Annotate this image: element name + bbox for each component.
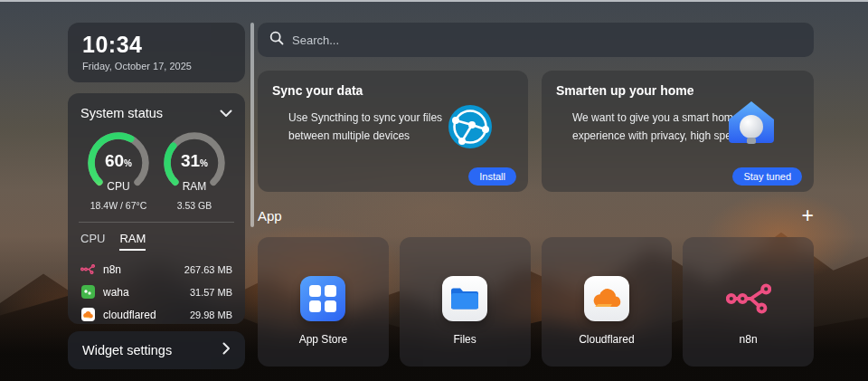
app-tile-label: App Store	[299, 333, 347, 346]
app-tile-cloudflared[interactable]: Cloudflared	[542, 237, 673, 367]
process-memory: 267.63 MB	[184, 264, 232, 275]
syncthing-icon	[448, 105, 492, 152]
app-tile-label: n8n	[740, 333, 758, 346]
app-tile-n8n[interactable]: n8n	[683, 237, 814, 367]
chevron-right-icon	[222, 342, 231, 358]
process-tabs: CPU RAM	[80, 232, 232, 251]
process-memory: 31.57 MB	[190, 287, 232, 298]
cloudflare-icon	[584, 276, 629, 321]
ram-label: RAM	[160, 180, 229, 193]
promo-card-title: Sync your data	[272, 83, 514, 98]
process-row-cloudflared: cloudflared 29.98 MB	[80, 303, 232, 324]
ram-percent: 31%	[160, 151, 229, 171]
chevron-down-icon[interactable]	[220, 105, 232, 121]
sidebar-scrollbar[interactable]	[250, 23, 254, 227]
n8n-icon	[726, 276, 771, 321]
process-name: n8n	[103, 263, 184, 276]
process-row-n8n: n8n 267.63 MB	[80, 258, 232, 281]
promo-card-body: Use Syncthing to sync your files between…	[288, 110, 469, 146]
cloudflare-icon	[80, 308, 95, 322]
system-status-title: System status	[80, 106, 163, 120]
add-app-button[interactable]: +	[802, 206, 814, 224]
gauges-row: 60% CPU 18.4W / 67°C	[80, 121, 232, 211]
cpu-percent: 60%	[84, 151, 153, 171]
search-input[interactable]	[292, 33, 771, 47]
process-memory: 29.98 MB	[190, 310, 232, 320]
search-icon	[269, 31, 284, 49]
promo-card-body: We want to give you a smart home experie…	[572, 110, 753, 146]
widget-settings-label: Widget settings	[82, 343, 172, 357]
tab-ram[interactable]: RAM	[119, 232, 146, 251]
clock-date: Friday, October 17, 2025	[82, 61, 231, 71]
top-border-line	[0, 0, 868, 2]
dashboard: 10:34 Friday, October 17, 2025 System st…	[0, 0, 868, 381]
app-store-icon	[300, 276, 345, 321]
clock-time: 10:34	[82, 32, 231, 58]
process-row-waha: waha 31.57 MB	[80, 281, 232, 303]
process-list: n8n 267.63 MB waha 31.57 MB cloudf	[80, 258, 232, 324]
clock-widget: 10:34 Friday, October 17, 2025	[68, 23, 245, 82]
waha-icon	[80, 285, 95, 300]
app-section-header: App +	[258, 206, 814, 224]
app-tile-files[interactable]: Files	[400, 237, 531, 367]
cpu-detail: 18.4W / 67°C	[82, 200, 155, 211]
cpu-gauge: 60% CPU 18.4W / 67°C	[82, 129, 155, 211]
files-icon	[442, 276, 487, 321]
process-name: waha	[103, 286, 190, 299]
app-tile-label: Files	[453, 333, 476, 346]
search-bar[interactable]	[258, 23, 814, 57]
ram-gauge: 31% RAM 3.53 GB	[158, 129, 231, 211]
system-status-widget: System status 60%	[68, 93, 245, 324]
smart-home-icon	[727, 100, 776, 156]
tab-cpu[interactable]: CPU	[80, 232, 105, 251]
install-button[interactable]: Install	[468, 167, 516, 186]
app-tile-label: Cloudflared	[579, 333, 634, 346]
n8n-icon	[80, 262, 95, 277]
app-tile-app-store[interactable]: App Store	[258, 237, 389, 367]
app-section-title: App	[258, 208, 282, 224]
system-status-header[interactable]: System status	[80, 105, 232, 121]
cpu-label: CPU	[84, 180, 153, 193]
divider	[79, 222, 234, 223]
promo-card-title: Smarten up your home	[556, 83, 799, 98]
process-name: cloudflared	[103, 309, 190, 321]
widget-settings-button[interactable]: Widget settings	[68, 331, 245, 369]
ram-detail: 3.53 GB	[158, 200, 231, 211]
promo-card-smart-home: Smarten up your home We want to give you…	[542, 71, 814, 192]
app-grid: App Store Files Cloudflared	[258, 237, 814, 367]
promo-card-sync: Sync your data Use Syncthing to sync you…	[258, 71, 528, 192]
stay-tuned-button[interactable]: Stay tuned	[732, 167, 802, 186]
